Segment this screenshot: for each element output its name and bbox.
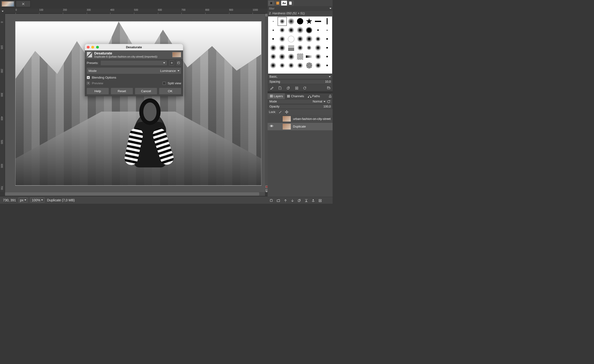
open-icon: [327, 86, 331, 90]
ruler-tick: 900: [229, 9, 233, 11]
status-coords: 730, 391: [3, 198, 16, 202]
ruler-tick: 400: [110, 9, 114, 11]
layer-row[interactable]: urban-fashion-on-city-street: [268, 115, 333, 123]
layer-lock-row: Lock:: [268, 109, 333, 115]
canvas-h-scrollbar[interactable]: [5, 192, 265, 196]
canvas-viewport[interactable]: [5, 14, 265, 192]
scrollbar-thumb[interactable]: [5, 192, 259, 195]
layer-opacity-slider[interactable]: Opacity 100,0: [268, 104, 332, 109]
ruler-origin-toggle[interactable]: [0, 9, 5, 14]
anchor-icon: [311, 199, 315, 202]
ruler-tick: 100: [0, 45, 3, 49]
brush-duplicate-button[interactable]: [286, 86, 290, 90]
document-history-tab[interactable]: [287, 0, 294, 6]
preview-checkbox[interactable]: ✕: [87, 82, 90, 85]
status-zoom-dropdown[interactable]: 100%: [30, 198, 44, 203]
brush-filter-input[interactable]: filter: [268, 6, 333, 11]
brush-spacing-slider[interactable]: Spacing 10,0: [268, 79, 332, 84]
splitview-label: Split view: [168, 81, 181, 85]
mode-dropdown[interactable]: Mode Luminance: [87, 67, 182, 74]
layers-tab[interactable]: Layers: [268, 93, 285, 99]
layer-raise-button[interactable]: [283, 198, 287, 203]
preset-add-button[interactable]: ＋: [169, 60, 174, 66]
layer-duplicate-button[interactable]: [297, 198, 301, 203]
right-dock: Aa filter 2. Hardness 050 (51 × 51): [268, 0, 333, 204]
reset-button[interactable]: Reset: [111, 88, 133, 95]
page-icon: [278, 86, 282, 90]
ruler-tick: 400: [0, 116, 3, 120]
help-button[interactable]: Help: [87, 88, 109, 95]
mode-reset-icon[interactable]: [327, 100, 331, 103]
presets-dropdown[interactable]: [100, 60, 167, 66]
ruler-tick: 1000: [253, 9, 258, 11]
patterns-tab[interactable]: [275, 0, 281, 6]
cancel-button[interactable]: Cancel: [135, 88, 157, 95]
channels-tab[interactable]: Channels: [285, 93, 306, 99]
brush-preset-dropdown[interactable]: Basic,: [268, 74, 332, 79]
page-icon: [289, 1, 292, 5]
configure-icon: [328, 94, 332, 98]
layer-row[interactable]: Duplicate: [268, 123, 333, 130]
ruler-vertical[interactable]: 0 100 200 300 400 500 600 700: [0, 14, 5, 192]
desaturate-dialog: Desaturate Desaturate Duplicate-6 ([urba…: [85, 44, 183, 96]
document-tab-close[interactable]: [16, 0, 31, 7]
svg-point-2: [271, 126, 272, 126]
lock-pixels-button[interactable]: [279, 110, 282, 114]
window-close-button[interactable]: [87, 46, 90, 49]
dialog-titlebar[interactable]: Desaturate: [85, 44, 183, 50]
delete-icon: [318, 199, 322, 202]
ruler-tick: 300: [87, 9, 91, 11]
ruler-tick: 0: [15, 9, 17, 11]
status-unit: px: [20, 198, 23, 202]
ruler-tick: 100: [39, 9, 43, 11]
layer-group-button[interactable]: [276, 198, 281, 203]
layer-merge-down-button[interactable]: [304, 198, 308, 203]
new-layer-icon: [270, 199, 273, 202]
layers-toolbar: [268, 197, 333, 204]
edit-icon: [270, 86, 274, 90]
brush-grid[interactable]: [268, 16, 332, 74]
layer-name[interactable]: Duplicate: [293, 125, 306, 128]
document-tab-image[interactable]: [0, 0, 15, 7]
ruler-tick: 0: [0, 21, 3, 23]
window-minimize-button[interactable]: [91, 46, 94, 49]
lock-label: Lock:: [269, 110, 276, 114]
window-zoom-button[interactable]: [96, 46, 99, 49]
brush-edit-button[interactable]: [270, 86, 274, 90]
layer-visibility-toggle[interactable]: [269, 124, 274, 129]
layer-new-button[interactable]: [269, 198, 274, 203]
brushes-tab[interactable]: [268, 0, 274, 6]
brush-refresh-button[interactable]: [303, 86, 307, 90]
pattern-icon: [276, 2, 279, 5]
brush-icon: [270, 2, 273, 5]
brushes-toolbar: [268, 84, 333, 91]
layer-name[interactable]: urban-fashion-on-city-street: [293, 117, 331, 121]
brush-delete-button[interactable]: [294, 86, 299, 90]
dock-configure-button[interactable]: [328, 94, 333, 99]
layer-mask-button[interactable]: [311, 198, 315, 203]
delete-icon: [295, 86, 298, 90]
ruler-tick: 200: [63, 9, 67, 11]
dock-grip[interactable]: • • • • •: [268, 91, 333, 93]
move-icon: [285, 110, 288, 114]
splitview-checkbox[interactable]: [162, 82, 166, 85]
paths-tab[interactable]: Paths: [306, 93, 322, 99]
desaturate-icon: [87, 52, 93, 58]
preset-manage-button[interactable]: [176, 60, 181, 66]
fonts-tab[interactable]: Aa: [281, 0, 287, 6]
layer-mode-dropdown[interactable]: Mode Normal: [268, 99, 332, 104]
layer-delete-button[interactable]: [318, 198, 322, 203]
blending-options-expander[interactable]: ＋ Blending Options: [85, 75, 183, 80]
layer-list[interactable]: urban-fashion-on-city-street Duplicate: [268, 115, 333, 197]
preview-label: Preview: [92, 81, 103, 85]
brush-open-as-image[interactable]: [326, 86, 331, 90]
preview-row: ✕ Preview Split view: [85, 80, 183, 86]
chevron-down-icon: [324, 101, 325, 102]
status-unit-dropdown[interactable]: px: [18, 198, 28, 203]
ok-button[interactable]: OK: [159, 88, 181, 95]
ruler-horizontal[interactable]: 0 100 200 300 400 500 600 700 800 900 10…: [5, 9, 268, 14]
lock-position-button[interactable]: [285, 110, 288, 114]
svg-point-1: [310, 97, 311, 98]
layer-lower-button[interactable]: [290, 198, 294, 203]
brush-new-button[interactable]: [278, 86, 282, 90]
